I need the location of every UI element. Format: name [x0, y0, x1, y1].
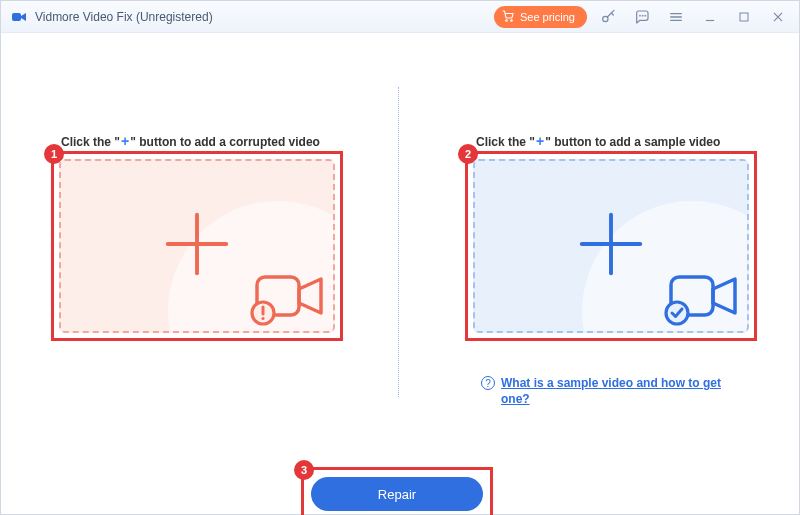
key-button[interactable]: [595, 4, 621, 30]
close-icon: [771, 10, 785, 24]
plus-glyph-icon: +: [535, 133, 545, 149]
svg-point-1: [506, 19, 508, 21]
svg-rect-11: [740, 13, 748, 21]
svg-rect-0: [12, 13, 21, 21]
corrupted-video-title: Click the "+" button to add a corrupted …: [61, 133, 371, 149]
app-logo-icon: [11, 9, 27, 25]
camera-check-icon: [657, 263, 745, 333]
svg-point-4: [640, 15, 641, 16]
cart-icon: [502, 10, 514, 24]
app-title: Vidmore Video Fix (Unregistered): [35, 10, 213, 24]
speech-bubble-icon: [634, 9, 650, 25]
minimize-icon: [703, 10, 717, 24]
close-button[interactable]: [765, 4, 791, 30]
add-sample-video-dropzone[interactable]: [473, 159, 749, 333]
question-mark-icon: ?: [481, 376, 495, 390]
menu-button[interactable]: [663, 4, 689, 30]
add-corrupted-video-dropzone[interactable]: [59, 159, 335, 333]
sample-video-title: Click the "+" button to add a sample vid…: [476, 133, 786, 149]
svg-point-6: [645, 15, 646, 16]
svg-point-5: [642, 15, 643, 16]
see-pricing-label: See pricing: [520, 11, 575, 23]
minimize-button[interactable]: [697, 4, 723, 30]
plus-glyph-icon: +: [120, 133, 130, 149]
help-row: ? What is a sample video and how to get …: [481, 375, 751, 407]
maximize-button[interactable]: [731, 4, 757, 30]
svg-point-19: [261, 317, 264, 320]
plus-icon: [572, 205, 650, 287]
titlebar: Vidmore Video Fix (Unregistered) See pri…: [1, 1, 799, 33]
repair-button-label: Repair: [378, 487, 416, 502]
sample-video-help-link[interactable]: What is a sample video and how to get on…: [501, 375, 751, 407]
app-window: Vidmore Video Fix (Unregistered) See pri…: [0, 0, 800, 515]
hamburger-icon: [668, 9, 684, 25]
vertical-separator: [398, 87, 399, 397]
camera-alert-icon: [243, 263, 331, 333]
feedback-button[interactable]: [629, 4, 655, 30]
key-icon: [600, 9, 616, 25]
maximize-icon: [738, 11, 750, 23]
content-area: Click the "+" button to add a corrupted …: [1, 33, 799, 514]
plus-icon: [158, 205, 236, 287]
see-pricing-button[interactable]: See pricing: [494, 6, 587, 28]
highlight-badge-3: 3: [294, 460, 314, 480]
svg-point-2: [511, 19, 513, 21]
repair-button[interactable]: Repair: [311, 477, 483, 511]
